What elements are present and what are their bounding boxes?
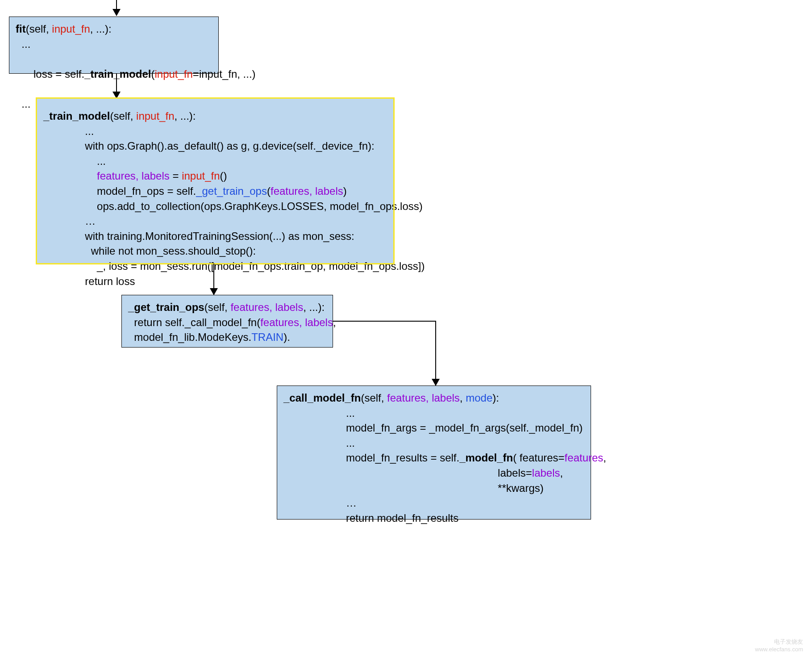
box-get-train-ops: _get_train_ops(self, features, labels, .…	[121, 295, 333, 348]
getops-l1: return self._call_model_fn(features, lab…	[128, 315, 326, 330]
callfn-signature: _call_model_fn(self, features, labels, m…	[283, 390, 584, 406]
train-l9: while not mon_sess.should_stop():	[43, 243, 387, 259]
callfn-l2: model_fn_args = _model_fn_args(self._mod…	[283, 420, 584, 436]
arrow-getops-to-callfn	[435, 321, 436, 386]
callfn-l4: model_fn_results = self._model_fn( featu…	[283, 450, 584, 465]
train-signature: _train_model(self, input_fn, ...):	[43, 109, 387, 124]
watermark-line2: www.elecfans.com	[755, 646, 803, 653]
watermark-line1: 电子发烧友	[755, 638, 803, 646]
fit-line1: ...	[16, 37, 212, 52]
train-l6: ops.add_to_collection(ops.GraphKeys.LOSS…	[43, 199, 387, 214]
box-call-model-fn: _call_model_fn(self, features, labels, m…	[277, 386, 591, 520]
arrow-into-fit	[116, 0, 117, 16]
train-l5: model_fn_ops = self._get_train_ops(featu…	[43, 184, 387, 199]
arrow-fit-to-train	[116, 74, 117, 98]
callfn-l1: ...	[283, 406, 584, 421]
train-l10: _, loss = mon_sess.run([model_fn_ops.tra…	[43, 259, 387, 274]
train-l3: ...	[43, 154, 387, 169]
train-l11: return loss	[43, 274, 387, 289]
arrow-train-to-getops	[213, 264, 214, 295]
callfn-l6: **kwargs)	[283, 481, 584, 496]
box-fit: fit(self, input_fn, ...): ... loss = sel…	[9, 17, 219, 74]
box-train-model: _train_model(self, input_fn, ...): ... w…	[37, 98, 394, 264]
callfn-l5: labels=labels,	[283, 465, 584, 481]
fit-signature: fit(self, input_fn, ...):	[16, 21, 212, 37]
getops-l2: model_fn_lib.ModeKeys.TRAIN).	[128, 330, 326, 345]
train-l8: with training.MonitoredTrainingSession(.…	[43, 229, 387, 244]
getops-signature: _get_train_ops(self, features, labels, .…	[128, 300, 326, 315]
train-l2: with ops.Graph().as_default() as g, g.de…	[43, 138, 387, 154]
fit-line2: loss = self._train_model(input_fn=input_…	[16, 51, 212, 96]
callfn-l7: …	[283, 495, 584, 511]
callfn-l3: ...	[283, 436, 584, 451]
watermark: 电子发烧友 www.elecfans.com	[755, 638, 803, 653]
arrow-horiz-getops-to-callfn	[333, 321, 436, 322]
callfn-l8: return model_fn_results	[283, 511, 584, 526]
train-l1: ...	[43, 124, 387, 139]
train-l4: features, labels = input_fn()	[43, 168, 387, 184]
train-l7: …	[43, 214, 387, 229]
